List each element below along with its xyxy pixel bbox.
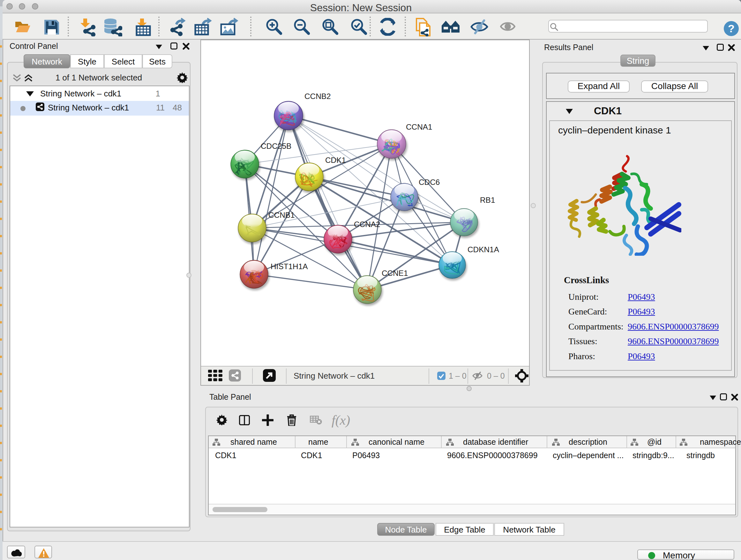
svg-text:CCNA2: CCNA2 [354,220,381,229]
svg-text:CCNA1: CCNA1 [406,123,432,131]
svg-text:CDC25B: CDC25B [261,142,291,150]
svg-text:CCNB1: CCNB1 [268,211,295,219]
svg-text:CCNE1: CCNE1 [382,269,408,277]
svg-text:CDKN1A: CDKN1A [468,245,499,254]
svg-text:HIST1H1A: HIST1H1A [271,262,308,271]
svg-text:CCNB2: CCNB2 [305,92,331,101]
svg-text:RB1: RB1 [480,196,495,204]
svg-text:CDC6: CDC6 [419,178,440,186]
svg-text:CDK1: CDK1 [325,156,346,165]
